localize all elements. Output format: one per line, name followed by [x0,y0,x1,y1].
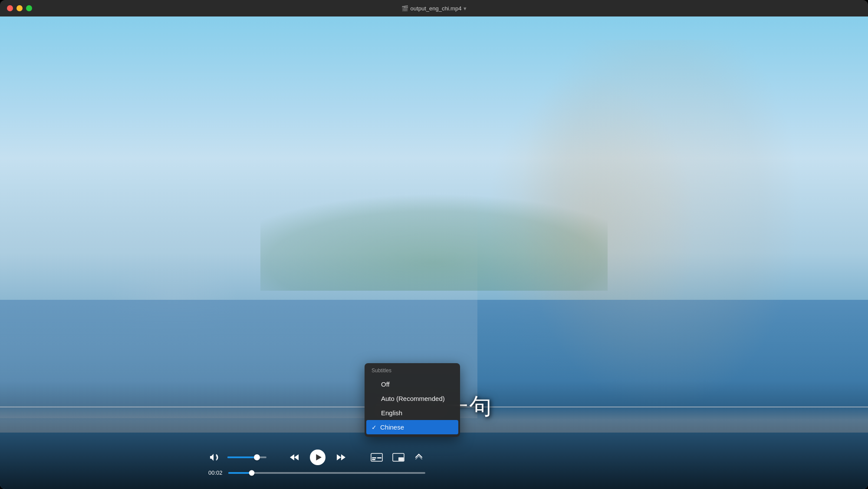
traffic-lights [7,5,32,11]
trees-background [260,149,608,291]
progress-bar[interactable] [228,472,425,474]
subtitles-button[interactable] [369,451,385,464]
controls-top-row [208,448,425,467]
svg-rect-4 [377,457,381,459]
volume-fill [227,456,257,458]
current-time: 00:02 [208,469,224,476]
maximize-button[interactable] [26,5,32,11]
subtitle-option-off[interactable]: Off [365,377,460,391]
more-button[interactable] [412,451,425,464]
subtitle-option-auto[interactable]: Auto (Recommended) [365,391,460,406]
title-chevron: ▾ [464,5,467,12]
volume-thumb [254,454,260,460]
progress-thumb [249,470,255,476]
off-label: Off [381,381,390,388]
window-title: 🎬 output_eng_chi.mp4 ▾ [401,5,467,12]
volume-button[interactable] [208,452,221,463]
pip-button[interactable] [391,451,406,464]
minimize-button[interactable] [16,5,23,11]
subtitle-option-chinese[interactable]: ✓ Chinese [366,420,458,434]
svg-rect-5 [372,459,375,460]
video-area[interactable]: 这是第一句 [0,16,868,489]
english-label: English [381,409,402,417]
progress-fill [228,472,252,474]
chinese-check-icon: ✓ [372,424,377,431]
title-text: output_eng_chi.mp4 [411,5,462,12]
rewind-button[interactable] [286,451,302,464]
auto-label: Auto (Recommended) [381,395,445,402]
subtitles-menu-header: Subtitles [365,366,460,377]
svg-rect-7 [398,457,404,461]
subtitle-option-english[interactable]: English [365,406,460,420]
file-icon: 🎬 [401,5,408,12]
controls-bottom-row: 00:02 [208,469,425,476]
subtitles-menu: Subtitles Off Auto (Recommended) English… [365,363,460,437]
app-window: 🎬 output_eng_chi.mp4 ▾ 这是第一句 [0,0,868,489]
forward-button[interactable] [333,451,349,464]
svg-rect-3 [372,457,376,459]
play-button[interactable] [308,448,327,467]
volume-slider[interactable] [227,456,266,458]
titlebar: 🎬 output_eng_chi.mp4 ▾ [0,0,868,16]
chinese-label: Chinese [380,423,404,431]
controls-bar: 00:02 [208,448,425,476]
close-button[interactable] [7,5,13,11]
